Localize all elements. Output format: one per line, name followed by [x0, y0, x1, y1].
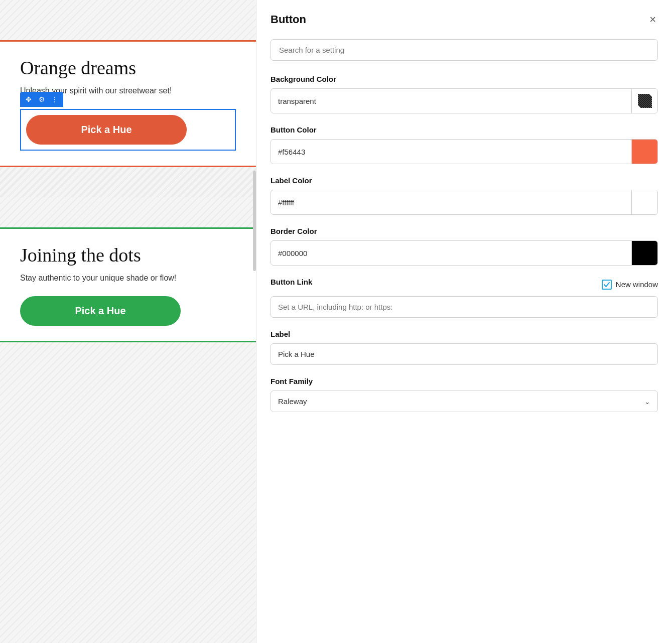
settings-icon: ⚙ — [39, 95, 45, 103]
background-color-swatch[interactable] — [631, 89, 657, 113]
more-control[interactable]: ⋮ — [49, 94, 60, 105]
orange-button-wrapper: ✥ ⚙ ⋮ Pick a Hue — [20, 109, 236, 151]
green-section: Joining the dots Stay authentic to your … — [0, 227, 256, 342]
left-panel: Orange dreams Unleash your spirit with o… — [0, 0, 256, 643]
orange-section: Orange dreams Unleash your spirit with o… — [0, 40, 256, 167]
font-family-label: Font Family — [271, 377, 658, 385]
widget-controls: ✥ ⚙ ⋮ — [20, 92, 63, 107]
label-color-group: Label Color — [271, 176, 658, 215]
panel-title: Button — [271, 13, 306, 26]
label-color-swatch[interactable] — [631, 190, 657, 214]
green-section-desc: Stay authentic to your unique shade or f… — [20, 272, 236, 284]
button-link-header-row: Button Link New window — [271, 278, 658, 291]
gap-area — [0, 167, 256, 197]
search-input[interactable] — [271, 39, 658, 61]
orange-section-title: Orange dreams — [20, 57, 236, 79]
button-color-label: Button Color — [271, 125, 658, 134]
panel-divider — [253, 171, 256, 271]
border-color-group: Border Color — [271, 227, 658, 266]
settings-control[interactable]: ⚙ — [36, 94, 47, 105]
font-family-select[interactable]: Raleway ⌄ — [271, 391, 658, 412]
more-icon: ⋮ — [51, 95, 58, 103]
font-family-value: Raleway — [278, 397, 307, 406]
label-color-label: Label Color — [271, 176, 658, 185]
border-color-row — [271, 240, 658, 266]
label-input[interactable] — [271, 343, 658, 365]
label-setting-label: Label — [271, 330, 658, 338]
right-panel: Button × Background Color — [256, 0, 672, 643]
label-color-row — [271, 190, 658, 215]
chevron-down-icon: ⌄ — [644, 398, 650, 406]
label-color-input[interactable] — [271, 192, 631, 213]
font-family-group: Font Family Raleway ⌄ — [271, 377, 658, 412]
button-color-row — [271, 139, 658, 164]
new-window-label: New window — [616, 280, 658, 289]
transparent-stripe-icon — [638, 94, 652, 108]
orange-pick-button[interactable]: Pick a Hue — [26, 115, 187, 145]
background-color-row — [271, 88, 658, 113]
background-color-group: Background Color — [271, 75, 658, 113]
button-link-label: Button Link — [271, 278, 312, 286]
button-color-input[interactable] — [271, 142, 631, 162]
border-color-swatch[interactable] — [631, 241, 657, 265]
border-color-input[interactable] — [271, 243, 631, 264]
background-color-label: Background Color — [271, 75, 658, 83]
checkbox-check-icon — [603, 281, 610, 288]
gap-diagonal — [0, 167, 256, 197]
move-control[interactable]: ✥ — [23, 94, 34, 105]
button-color-group: Button Color — [271, 125, 658, 164]
close-button[interactable]: × — [647, 12, 658, 27]
green-pick-button[interactable]: Pick a Hue — [20, 296, 181, 326]
label-group: Label — [271, 330, 658, 365]
background-color-input[interactable] — [271, 91, 631, 111]
new-window-row: New window — [602, 280, 658, 290]
green-section-title: Joining the dots — [20, 244, 236, 266]
button-link-group: Button Link New window — [271, 278, 658, 318]
border-color-label: Border Color — [271, 227, 658, 235]
url-input[interactable] — [271, 296, 658, 318]
button-color-swatch[interactable] — [631, 140, 657, 164]
panel-header: Button × — [271, 12, 658, 27]
new-window-checkbox[interactable] — [602, 280, 612, 290]
move-icon: ✥ — [26, 95, 32, 103]
